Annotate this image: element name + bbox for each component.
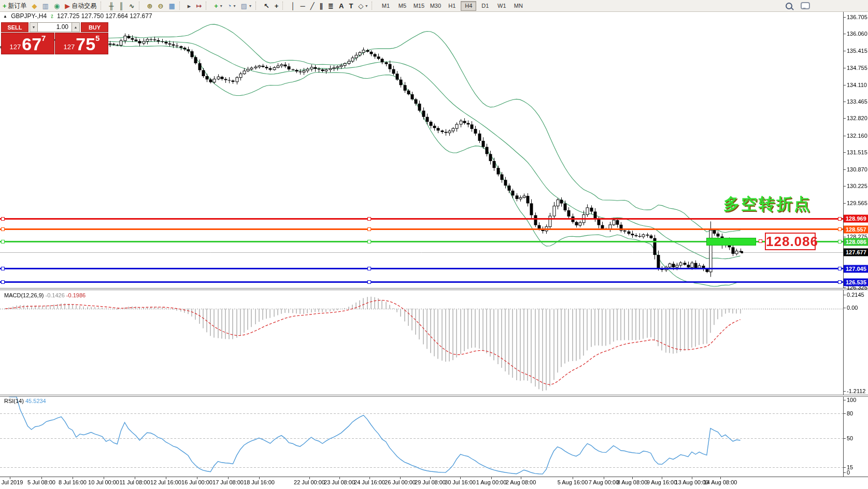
- timeframe-m5[interactable]: M5: [394, 1, 410, 11]
- search-icon[interactable]: [786, 3, 792, 9]
- toolbar-separator: [139, 2, 143, 10]
- new-order-button[interactable]: +新订单: [0, 0, 30, 11]
- price-callout-label[interactable]: 128.086: [765, 233, 816, 250]
- time-tick-label: 29 Jul 08:00: [415, 479, 446, 485]
- hline-handle[interactable]: [1, 280, 5, 284]
- auto-scroll-button[interactable]: ▸: [185, 0, 194, 11]
- rsi-pane-separator[interactable]: [0, 395, 868, 397]
- buy-button[interactable]: BUY: [81, 22, 108, 32]
- tile-windows-button[interactable]: ▦: [166, 0, 177, 11]
- hline-handle[interactable]: [1, 240, 5, 243]
- price-tick-label: 132.820: [847, 115, 867, 121]
- toolbar-separator: [282, 2, 286, 10]
- volume-input[interactable]: 1.00: [38, 22, 72, 32]
- rsi-axis-label: 100: [847, 397, 856, 403]
- hline-handle[interactable]: [1, 267, 5, 270]
- gold-diamond-icon: ◆: [32, 3, 37, 9]
- text-icon: A: [339, 3, 344, 9]
- price-tick-label: 136.705: [847, 14, 867, 20]
- channel-button[interactable]: ∥: [317, 0, 326, 11]
- autotrading-icon: ▶: [65, 3, 70, 9]
- sell-price-base: 127: [10, 43, 21, 51]
- time-tick-label: 7 Aug 00:00: [589, 479, 619, 485]
- macd-pane-separator[interactable]: [0, 288, 868, 290]
- hline-handle[interactable]: [838, 217, 842, 221]
- timeframe-m30[interactable]: M30: [428, 1, 443, 11]
- zoom-in-button[interactable]: ⊕: [145, 0, 155, 11]
- chart-shift-button[interactable]: ↦: [193, 0, 204, 11]
- chat-icon[interactable]: [801, 2, 810, 9]
- hline-handle[interactable]: [838, 240, 842, 243]
- collapse-panel-icon[interactable]: ▲: [3, 14, 7, 19]
- crosshair-button[interactable]: +: [272, 0, 281, 11]
- arrows-button[interactable]: ◇▾: [355, 0, 370, 11]
- buy-price-base: 127: [64, 43, 75, 51]
- text-label-button[interactable]: T: [346, 0, 355, 11]
- hline-handle[interactable]: [838, 267, 842, 270]
- hline-object[interactable]: [0, 281, 843, 283]
- mt4-window: +新订单◆▥◉▶自动交易╫║∿⊕⊖▦▸↦+▾◔▾▨▾↖+│─╱∥≣AT◇▾ M1…: [0, 0, 868, 489]
- time-tick-label: 16 Jul 00:00: [181, 479, 212, 485]
- annotation-text[interactable]: 多空转折点: [723, 193, 812, 215]
- zoom-out-icon: ⊖: [158, 3, 163, 9]
- cursor-button[interactable]: ↖: [261, 0, 272, 11]
- line-chart-button[interactable]: ∿: [126, 0, 137, 11]
- periods-button[interactable]: ◔▾: [225, 0, 238, 11]
- cursor-icon: ↖: [264, 3, 269, 9]
- time-tick-label: 1 Aug 00:00: [476, 479, 507, 485]
- chart-title: ▲ GBPJPY-,H4 ∿ 127.725 127.750 127.664 1…: [3, 12, 152, 20]
- zoom-out-button[interactable]: ⊖: [155, 0, 166, 11]
- timeframe-h4[interactable]: H4: [461, 1, 476, 11]
- volume-decrease-button[interactable]: ▼: [30, 22, 38, 32]
- timeframe-h1[interactable]: H1: [444, 1, 460, 11]
- timeframe-m1[interactable]: M1: [378, 1, 393, 11]
- hline-handle[interactable]: [838, 280, 842, 284]
- hline-handle[interactable]: [838, 227, 842, 231]
- hline-object[interactable]: [0, 228, 843, 230]
- toolbar-separator: [101, 2, 104, 10]
- volume-increase-button[interactable]: ▲: [72, 22, 80, 32]
- indicators-button[interactable]: +▾: [211, 0, 225, 11]
- candlestick-button[interactable]: ║: [116, 0, 126, 11]
- crosshair-icon: +: [275, 3, 279, 9]
- callout-anchor-handle[interactable]: [759, 239, 762, 243]
- zoom-in-icon: ⊕: [147, 3, 153, 9]
- macd-axis-label: 0.2145: [847, 292, 864, 298]
- highlight-band-object[interactable]: [706, 238, 756, 246]
- macd-label: MACD(12,26,9) -0.1426 -0.1986: [4, 292, 86, 298]
- macd-signal-value: -0.1986: [66, 292, 86, 298]
- timeframe-w1[interactable]: W1: [494, 1, 509, 11]
- hline-handle[interactable]: [367, 280, 371, 284]
- autotrading-button[interactable]: ▶自动交易: [62, 0, 99, 11]
- time-tick-label: 24 Jul 16:00: [354, 479, 385, 485]
- sell-button[interactable]: SELL: [1, 22, 29, 32]
- timeframe-mn[interactable]: MN: [510, 1, 526, 11]
- buy-price-button[interactable]: 127 75 5: [55, 33, 108, 54]
- price-line-label: 128.557: [844, 225, 868, 233]
- hline-handle[interactable]: [367, 267, 371, 270]
- price-tick-label: 134.110: [847, 82, 867, 88]
- hline-handle[interactable]: [367, 227, 371, 231]
- terminal-button[interactable]: ▥: [40, 0, 51, 11]
- sell-price-button[interactable]: 127 67 7: [1, 33, 54, 54]
- price-tick-label: 136.060: [847, 31, 867, 37]
- vertical-line-button[interactable]: │: [288, 0, 297, 11]
- trendline-button[interactable]: ╱: [308, 0, 317, 11]
- hline-object[interactable]: [0, 218, 843, 220]
- horizontal-line-button[interactable]: ─: [298, 0, 308, 11]
- gold-chart-button[interactable]: ◆: [30, 0, 40, 11]
- clock-icon: ◔: [227, 3, 232, 9]
- price-tick-label: 130.870: [847, 166, 867, 172]
- hline-handle[interactable]: [1, 217, 5, 221]
- hline-handle[interactable]: [367, 217, 371, 221]
- webphone-button[interactable]: ◉: [51, 0, 62, 11]
- hline-object[interactable]: [0, 268, 843, 269]
- ohlc-bars-button[interactable]: ╫: [106, 0, 116, 11]
- hline-handle[interactable]: [367, 240, 371, 243]
- fibonacci-button[interactable]: ≣: [325, 0, 336, 11]
- text-button[interactable]: A: [336, 0, 346, 11]
- timeframe-d1[interactable]: D1: [477, 1, 493, 11]
- templates-button[interactable]: ▨▾: [238, 0, 254, 11]
- timeframe-m15[interactable]: M15: [411, 1, 426, 11]
- hline-handle[interactable]: [1, 227, 5, 231]
